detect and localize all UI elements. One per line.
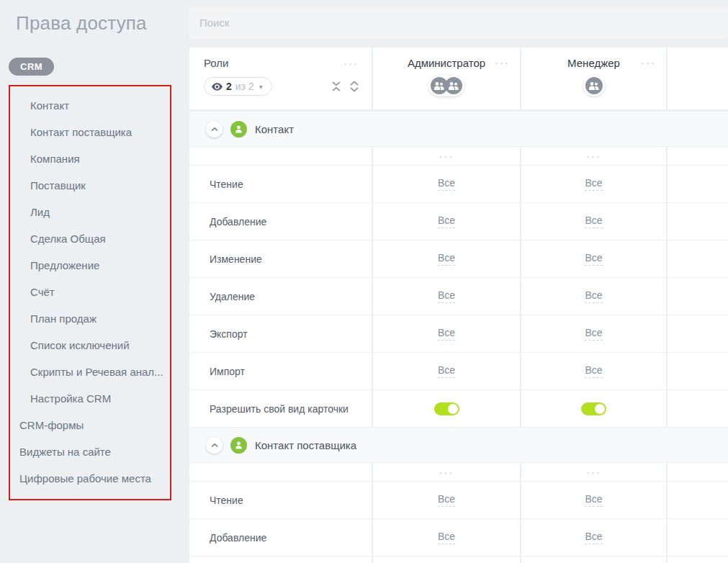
permission-value-cell: Все [521, 203, 666, 240]
sidebar-item-1[interactable]: Контакт поставщика [10, 119, 170, 145]
permission-value-cell: Все [373, 240, 520, 277]
sidebar-item-2[interactable]: Компания [10, 145, 170, 172]
empty-cell [668, 557, 728, 563]
sidebar-item-0[interactable]: Контакт [10, 92, 170, 119]
permission-value-cell: Все [521, 240, 666, 277]
permission-value-link[interactable]: Все [585, 177, 602, 191]
empty-cell [668, 519, 728, 556]
access-rights-page: Права доступа CRM КонтактКонтакт поставщ… [0, 0, 728, 563]
permission-label: Чтение [189, 482, 372, 518]
users-icon [585, 77, 603, 94]
roles-header-card: Роли ··· 2 из 2 ▾ [189, 48, 372, 109]
permission-label: Экспорт [189, 315, 372, 352]
permission-row: ДобавлениеВсеВсе [189, 203, 728, 240]
permission-row: ЧтениеВсеВсе [189, 166, 728, 202]
permissions-table: Роли ··· 2 из 2 ▾ [189, 48, 728, 563]
sidebar-item-13[interactable]: Виджеты на сайте [10, 438, 170, 465]
column-menu-button[interactable]: ··· [586, 467, 601, 477]
sidebar-item-14[interactable]: Цифровые рабочие места [10, 465, 170, 492]
main-content: Роли ··· 2 из 2 ▾ [186, 0, 728, 563]
permission-row: ДобавлениеВсеВсе [189, 519, 728, 556]
permission-value-cell: Все [373, 166, 520, 202]
roles-menu-button[interactable]: ··· [343, 58, 359, 68]
permission-value-link[interactable]: Все [585, 364, 602, 378]
empty-cell [668, 278, 728, 315]
permission-label: Импорт [189, 353, 372, 389]
section-header-1: Контакт поставщика [189, 428, 728, 462]
permission-value-cell: Все [521, 166, 666, 202]
permission-value-cell: Все [373, 482, 520, 518]
sidebar-item-7[interactable]: Счёт [10, 279, 170, 305]
search-input[interactable] [199, 17, 718, 29]
permission-value-cell: Все [521, 278, 666, 315]
empty-header-cell [668, 48, 728, 109]
permission-value-cell: Все [373, 315, 520, 352]
page-title: Права доступа [0, 12, 186, 35]
empty-cell [668, 203, 728, 240]
role-members-avatars[interactable] [583, 75, 605, 96]
search-bar [189, 6, 728, 39]
column-menu-cell: ··· [373, 147, 520, 165]
permission-label: Добавление [189, 519, 372, 556]
permission-value-link[interactable]: Все [438, 215, 455, 228]
column-menu-button[interactable]: ··· [439, 467, 454, 477]
collapse-all-icon[interactable] [331, 81, 341, 91]
sidebar-item-10[interactable]: Скрипты и Речевая анал... [10, 359, 170, 385]
users-icon [445, 77, 462, 94]
section-column-menu-row: ······ [189, 463, 728, 481]
permission-value-link[interactable]: Все [438, 493, 455, 507]
roles-column-title: Роли [204, 57, 229, 69]
permission-row: УдалениеВсеВсе [189, 278, 728, 315]
crm-section-badge[interactable]: CRM [9, 58, 54, 76]
sidebar: Права доступа CRM КонтактКонтакт поставщ… [0, 0, 186, 563]
permission-value-link[interactable]: Все [585, 215, 602, 228]
column-menu-button[interactable]: ··· [586, 150, 601, 161]
eye-icon [212, 83, 223, 91]
role-column-administrator: Администратор ··· [373, 48, 520, 109]
role-members-avatars[interactable] [428, 75, 464, 96]
section-collapse-button[interactable] [206, 437, 223, 454]
permission-value-link[interactable]: Все [585, 493, 602, 507]
permission-value-link[interactable]: Все [438, 252, 455, 266]
permission-value-link[interactable]: Все [438, 327, 455, 341]
permission-value-link[interactable]: Все [438, 531, 455, 544]
role-menu-button[interactable]: ··· [495, 57, 510, 68]
permission-label: Добавление [189, 203, 372, 240]
permission-label: Разрешить свой вид карточки [189, 390, 372, 427]
permission-toggle[interactable] [581, 402, 606, 415]
permission-value-link[interactable]: Все [585, 531, 602, 544]
section-collapse-button[interactable] [206, 121, 223, 138]
permission-value-cell: Все [521, 353, 666, 389]
permission-value-link[interactable]: Все [585, 289, 602, 303]
permission-value-cell: Все [373, 557, 520, 563]
table-header-row: Роли ··· 2 из 2 ▾ [189, 48, 728, 109]
permission-value-cell: Все [521, 482, 666, 518]
expand-all-icon[interactable] [350, 81, 359, 92]
permission-value-link[interactable]: Все [585, 327, 602, 341]
section-title: Контакт поставщика [255, 439, 356, 451]
permission-value-cell: Все [373, 278, 520, 315]
permission-row: ЭкспортВсеВсе [189, 315, 728, 352]
role-menu-button[interactable]: ··· [641, 57, 656, 68]
permission-toggle[interactable] [434, 402, 459, 415]
permission-value-link[interactable]: Все [438, 364, 455, 378]
column-menu-cell: ··· [373, 463, 520, 481]
sidebar-item-4[interactable]: Лид [10, 199, 170, 225]
roles-filter-dropdown[interactable]: 2 из 2 ▾ [204, 77, 272, 96]
permission-value-link[interactable]: Все [438, 289, 455, 303]
sidebar-item-9[interactable]: Список исключений [10, 332, 170, 359]
sidebar-item-5[interactable]: Сделка Общая [10, 225, 170, 252]
sidebar-item-6[interactable]: Предложение [10, 252, 170, 279]
sidebar-item-3[interactable]: Поставщик [10, 172, 170, 199]
sidebar-item-12[interactable]: CRM-формы [10, 412, 170, 438]
permission-value-link[interactable]: Все [585, 252, 602, 266]
sidebar-item-11[interactable]: Настройка CRM [10, 385, 170, 412]
permission-value-cell: Все [521, 557, 666, 563]
permission-value-cell: Все [373, 203, 520, 240]
empty-cell [668, 482, 728, 518]
permission-value-link[interactable]: Все [438, 177, 455, 191]
column-menu-button[interactable]: ··· [439, 150, 454, 161]
permission-sections: Контакт······ЧтениеВсеВсеДобавлениеВсеВс… [189, 112, 728, 563]
permission-value-cell: Все [521, 519, 666, 556]
sidebar-item-8[interactable]: План продаж [10, 305, 170, 332]
